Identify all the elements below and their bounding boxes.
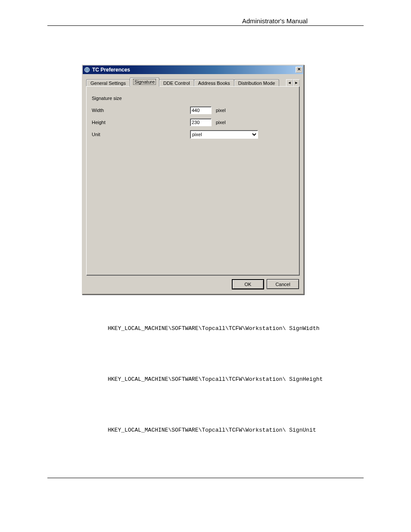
close-button[interactable]: ✕ (296, 67, 302, 73)
header-title: Administrator's Manual (242, 17, 308, 25)
width-unit-suffix: pixel (216, 108, 226, 113)
height-unit-suffix: pixel (216, 120, 226, 125)
close-icon: ✕ (297, 67, 301, 72)
unit-select[interactable]: pixel (190, 130, 258, 139)
chevron-left-icon: ◄ (288, 81, 292, 85)
preferences-dialog: TC Preferences ✕ General Settings Signat… (82, 65, 304, 295)
section-label-signature-size: Signature size (92, 96, 190, 101)
tab-panel-signature: Signature size Width pixel Height pixel … (86, 86, 300, 276)
ok-button[interactable]: OK (232, 279, 264, 289)
app-icon (84, 66, 90, 73)
titlebar[interactable]: TC Preferences ✕ (83, 65, 303, 74)
label-width: Width (92, 108, 190, 113)
tab-strip: General Settings Signature DDE Control A… (86, 78, 300, 87)
label-height: Height (92, 120, 190, 125)
page-header: Administrator's Manual (47, 17, 364, 26)
cancel-button[interactable]: Cancel (267, 279, 299, 289)
dialog-title: TC Preferences (92, 67, 296, 73)
registry-keys-block: HKEY_LOCAL_MACHINE\SOFTWARE\Topcall\TCFW… (108, 325, 364, 435)
label-unit: Unit (92, 132, 190, 137)
registry-key-signheight: HKEY_LOCAL_MACHINE\SOFTWARE\Topcall\TCFW… (108, 376, 364, 383)
tab-scroll-right[interactable]: ► (293, 79, 300, 87)
height-input[interactable] (190, 118, 212, 126)
chevron-right-icon: ► (295, 81, 299, 85)
tab-signature[interactable]: Signature (130, 78, 159, 87)
registry-key-signunit: HKEY_LOCAL_MACHINE\SOFTWARE\Topcall\TCFW… (108, 426, 364, 434)
tab-scroll-left[interactable]: ◄ (286, 79, 293, 87)
registry-key-signwidth: HKEY_LOCAL_MACHINE\SOFTWARE\Topcall\TCFW… (108, 325, 364, 333)
width-input[interactable] (190, 106, 212, 114)
page-footer-rule (47, 478, 364, 478)
